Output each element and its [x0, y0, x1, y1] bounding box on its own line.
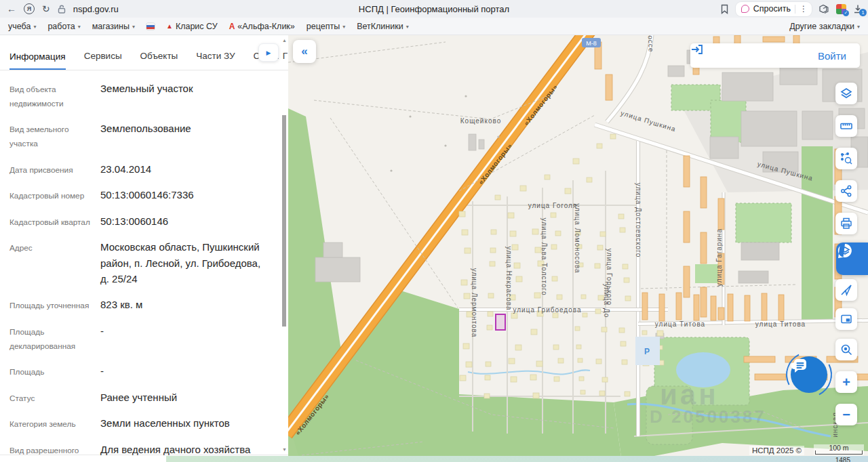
chevron-down-icon: ▾ — [33, 24, 36, 30]
search-location-button[interactable] — [835, 339, 857, 360]
bookmark-favicon-only[interactable] — [146, 23, 155, 30]
label-dostoevskogo: улица Достоевского — [635, 183, 642, 258]
tab-informaciya[interactable]: Информация — [9, 51, 66, 70]
more-menu-icon[interactable]: ⋮ — [800, 4, 808, 14]
field-row: Площадь декларированная- — [9, 323, 271, 353]
label-gogolya: улица Гоголя — [528, 202, 578, 209]
field-row: Вид земельного участкаЗемлепользование — [9, 121, 271, 150]
print-button[interactable] — [835, 213, 857, 234]
ask-sparkle-icon — [741, 5, 749, 13]
field-row: Площадь уточненная823 кв. м — [9, 297, 271, 313]
chevron-down-icon: ▾ — [132, 24, 135, 30]
other-bookmarks[interactable]: Другие закладки▾ — [789, 22, 860, 31]
label-nekrasova: улица Некрасова — [505, 247, 513, 311]
road-badge-label: М-8 — [586, 40, 597, 47]
alfa-favicon-icon: А — [229, 22, 235, 31]
chevron-down-icon: ▾ — [406, 24, 409, 30]
zoom-out-button[interactable]: − — [835, 404, 857, 425]
refresh-icon[interactable]: ↻ — [42, 4, 50, 14]
download-count-badge: 1 — [859, 9, 867, 16]
field-row: СтатусРанее учтенный — [9, 390, 271, 406]
extension-check-badge: ✓ — [843, 10, 849, 16]
lock-icon — [58, 5, 66, 14]
tab-obekty[interactable]: Объекты — [140, 51, 178, 70]
panel-scrollbar[interactable]: ▲ ▼ — [281, 37, 288, 453]
bookmark-recepty[interactable]: рецепты▾ — [307, 22, 345, 31]
map-attribution: НСПД 2025 © 100 m — [749, 444, 864, 455]
bookmark-ucheba[interactable]: учеба▾ — [8, 22, 36, 31]
login-button[interactable]: Войти — [818, 50, 846, 62]
field-row: Кадастровый квартал50:13:0060146 — [9, 213, 271, 230]
field-list: Вид объекта недвижимостиЗемельный участо… — [0, 70, 288, 462]
chevron-down-icon: ▾ — [78, 24, 81, 30]
tab-chasti-zu[interactable]: Части ЗУ — [196, 51, 235, 70]
field-row: Вид объекта недвижимостиЗемельный участо… — [9, 81, 271, 110]
attribution-text: НСПД 2025 © — [749, 446, 804, 455]
scale-ratio-partial: 1485 — [835, 457, 850, 462]
field-row: АдресМосковская область, Пушкинский райо… — [9, 239, 271, 287]
label-street-partial-1: улица До — [603, 284, 610, 318]
field-row: Площадь- — [9, 363, 271, 379]
tabs-scroll-right-button[interactable]: ▶ — [258, 43, 279, 62]
field-row: Дата присвоения23.04.2014 — [9, 161, 271, 177]
label-lva-tolstogo: улица Льва Толстого — [540, 217, 548, 295]
label-gagarina: улица Гагарина — [715, 228, 723, 287]
collapse-panel-button[interactable]: « — [293, 40, 316, 63]
locate-button[interactable] — [835, 279, 857, 301]
bookmarks-bar: учеба▾ работа▾ магазины▾ ▲Кларис СУ А«Ал… — [0, 18, 868, 35]
bookmark-alfa-click[interactable]: А«Альфа-Клик» — [229, 22, 295, 31]
label-griboedova: улица Грибоедова — [513, 306, 581, 314]
bookmark-vetkliniki[interactable]: ВетКлиники▾ — [357, 22, 409, 31]
field-row: Кадастровый номер50:13:0060146:7336 — [9, 187, 271, 203]
label-titova-2: улица Титова — [755, 320, 806, 328]
chat-button[interactable] — [791, 356, 827, 393]
browser-toolbar: ← Я ↻ nspd.gov.ru НСПД | Геоинформационн… — [0, 0, 868, 18]
field-row: Категория земельЗемли населенных пунктов — [9, 415, 271, 432]
zoom-in-button[interactable]: + — [835, 371, 857, 393]
back-icon[interactable]: ← — [7, 4, 16, 14]
identify-tool-button-active[interactable] — [836, 243, 868, 275]
label-shosse: Шоссе — [646, 35, 654, 53]
bookmark-flag-icon[interactable] — [720, 4, 729, 14]
label-lermontova: улица Лермонтова — [471, 268, 478, 338]
label-lomonosova: улица Ломоносова — [574, 203, 581, 273]
login-bar[interactable]: Войти — [690, 43, 860, 68]
tab-servisy[interactable]: Сервисы — [84, 51, 122, 70]
chevron-down-icon: ▾ — [857, 24, 860, 30]
bookmark-magaziny[interactable]: магазины▾ — [92, 22, 135, 31]
panel-tabs: Информация Сервисы Объекты Части ЗУ Сост… — [0, 35, 288, 70]
label-settlement: Кощейково — [460, 117, 501, 125]
collections-icon[interactable] — [818, 4, 829, 14]
ruler-button[interactable] — [835, 115, 857, 137]
downloads-icon[interactable]: 1 — [853, 4, 863, 14]
selected-parcel-highlight[interactable] — [496, 314, 505, 330]
parking-label: P — [644, 347, 650, 356]
bookmark-klaris[interactable]: ▲Кларис СУ — [166, 22, 218, 31]
scrollbar-thumb[interactable] — [282, 115, 286, 327]
ru-flag-icon — [146, 23, 155, 30]
scale-bar: 100 m — [814, 444, 864, 455]
scroll-down-arrow-icon[interactable]: ▼ — [281, 447, 288, 452]
bookmark-rabota[interactable]: работа▾ — [47, 22, 80, 31]
watermark-line2: D 20500387 — [650, 406, 766, 427]
watermark-line1: иан — [660, 379, 719, 411]
ask-button[interactable]: Спросить ⋮ — [736, 2, 812, 16]
label-titova-1: улица Титова — [655, 320, 705, 328]
object-info-panel: Информация Сервисы Объекты Части ЗУ Сост… — [0, 35, 288, 455]
yandex-logo-icon[interactable]: Я — [24, 3, 35, 14]
field-row: Вид разрешенного использованияДля ведени… — [9, 442, 271, 462]
share-button[interactable] — [835, 180, 857, 202]
triangle-favicon-icon: ▲ — [166, 22, 173, 30]
object-search-button[interactable] — [835, 148, 857, 169]
map-canvas[interactable]: P М-8 иан D 20500387 Кощейково «Холмогор… — [288, 35, 868, 462]
overview-frame-button[interactable] — [835, 308, 857, 330]
layers-button[interactable] — [835, 83, 857, 104]
chevron-down-icon: ▾ — [342, 24, 345, 30]
address-bar[interactable]: nspd.gov.ru — [73, 4, 119, 14]
extension-icon[interactable]: ✓ — [836, 4, 846, 14]
scroll-up-arrow-icon[interactable]: ▲ — [281, 38, 288, 43]
